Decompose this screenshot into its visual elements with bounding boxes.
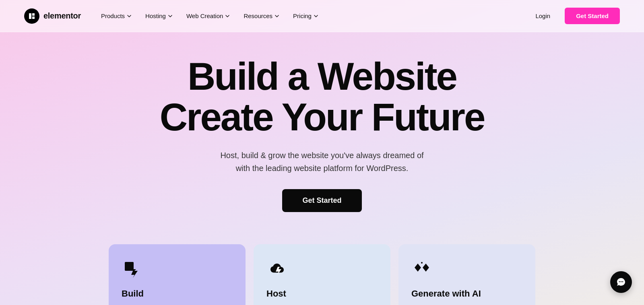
navbar: elementor Products Hosting <box>0 0 644 32</box>
nav-item-pricing[interactable]: Pricing <box>287 9 324 23</box>
build-icon <box>122 259 142 280</box>
feature-cards: Build Bring your vision to life with the… <box>0 228 644 305</box>
hero-title: Build a Website Create Your Future <box>160 56 485 138</box>
logo[interactable]: elementor <box>24 8 81 24</box>
nav-item-products[interactable]: Products <box>95 9 137 23</box>
get-started-nav-button[interactable]: Get Started <box>565 8 620 24</box>
card-build-title: Build <box>122 289 233 299</box>
card-ai[interactable]: Generate with AI Supercharge your sites … <box>398 244 535 305</box>
nav-right: Login Get Started <box>529 8 620 24</box>
nav-menu: Products Hosting Web Creation <box>95 9 324 23</box>
svg-rect-0 <box>125 262 134 271</box>
chat-button[interactable] <box>610 271 632 293</box>
chevron-down-icon <box>314 14 318 19</box>
card-ai-title: Generate with AI <box>411 289 522 299</box>
card-host[interactable]: Host Grow with lightning-fast, scalable … <box>254 244 390 305</box>
card-host-title: Host <box>266 289 378 299</box>
card-build[interactable]: Build Bring your vision to life with the… <box>109 244 246 305</box>
login-button[interactable]: Login <box>529 9 557 23</box>
logo-icon <box>24 8 39 24</box>
svg-point-3 <box>619 281 620 282</box>
nav-item-web-creation[interactable]: Web Creation <box>181 9 235 23</box>
logo-text: elementor <box>43 11 81 21</box>
svg-point-5 <box>622 281 623 282</box>
svg-point-2 <box>426 265 427 266</box>
chevron-down-icon <box>225 14 230 19</box>
chevron-down-icon <box>275 14 279 19</box>
svg-point-4 <box>621 281 622 282</box>
nav-item-hosting[interactable]: Hosting <box>140 9 178 23</box>
hero-section: Build a Website Create Your Future Host,… <box>0 32 644 228</box>
chevron-down-icon <box>127 14 132 19</box>
ai-icon <box>411 259 432 280</box>
chevron-down-icon <box>168 14 173 19</box>
host-icon <box>266 259 287 280</box>
hero-subtitle: Host, build & grow the website you've al… <box>220 149 423 175</box>
nav-left: elementor Products Hosting <box>24 8 324 24</box>
nav-item-resources[interactable]: Resources <box>238 9 285 23</box>
svg-point-1 <box>421 262 423 264</box>
hero-cta-button[interactable]: Get Started <box>282 189 361 212</box>
